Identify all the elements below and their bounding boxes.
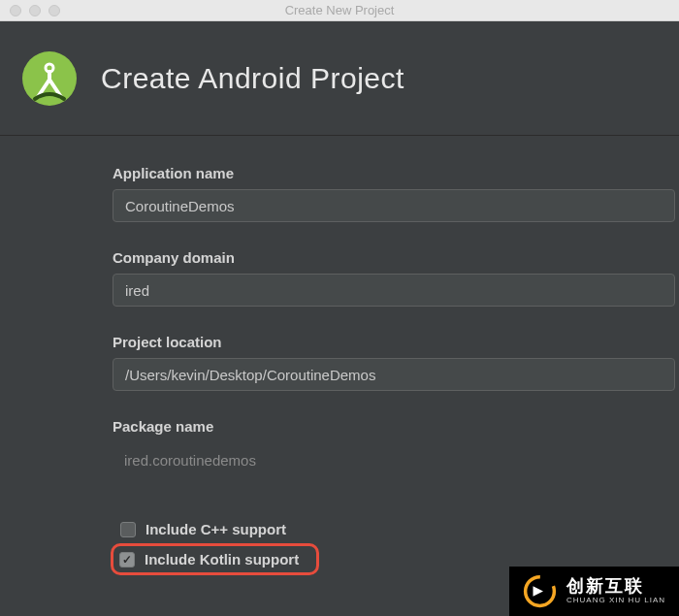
android-studio-icon <box>21 50 78 107</box>
application-name-input[interactable] <box>113 189 675 222</box>
application-name-label: Application name <box>113 165 679 181</box>
watermark: 创新互联 CHUANG XIN HU LIAN <box>509 567 679 616</box>
project-location-group: Project location <box>113 334 679 391</box>
kotlin-highlight-annotation: Include Kotlin support <box>111 543 319 575</box>
company-domain-group: Company domain <box>113 249 679 307</box>
watermark-logo-icon <box>523 574 557 608</box>
include-cpp-option[interactable]: Include C++ support <box>116 515 679 543</box>
window-titlebar: Create New Project <box>0 0 679 21</box>
watermark-cn: 创新互联 <box>566 577 665 597</box>
watermark-en: CHUANG XIN HU LIAN <box>566 597 665 605</box>
include-kotlin-label: Include Kotlin support <box>145 551 299 567</box>
include-cpp-label: Include C++ support <box>146 521 286 537</box>
watermark-text: 创新互联 CHUANG XIN HU LIAN <box>566 577 665 605</box>
package-name-group: Package name ired.coroutinedemos <box>113 418 679 469</box>
zoom-window-button[interactable] <box>48 5 60 16</box>
package-name-value: ired.coroutinedemos <box>113 442 679 469</box>
project-location-input[interactable] <box>113 358 675 391</box>
form-content: Application name Company domain Project … <box>0 136 679 575</box>
package-name-label: Package name <box>113 418 679 435</box>
window-controls <box>0 5 60 16</box>
dialog-header: Create Android Project <box>0 21 679 136</box>
company-domain-input[interactable] <box>113 274 675 307</box>
page-title: Create Android Project <box>101 62 404 95</box>
project-location-label: Project location <box>113 334 679 350</box>
include-kotlin-checkbox[interactable] <box>119 552 135 567</box>
application-name-group: Application name <box>113 165 679 222</box>
minimize-window-button[interactable] <box>29 5 41 16</box>
close-window-button[interactable] <box>10 5 21 16</box>
window-title: Create New Project <box>285 3 395 17</box>
company-domain-label: Company domain <box>113 249 679 266</box>
include-cpp-checkbox[interactable] <box>120 522 136 537</box>
